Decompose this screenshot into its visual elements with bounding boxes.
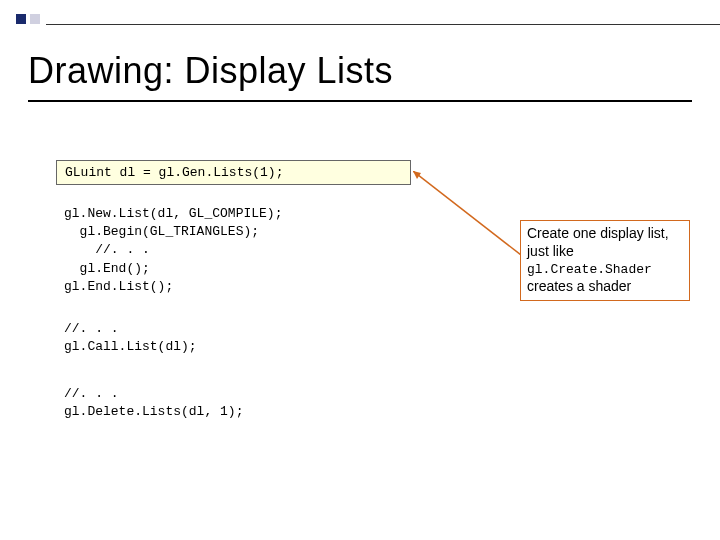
deco-square-light [30,14,40,24]
annotation-code: gl.Create.Shader [527,262,652,277]
deco-square-dark [16,14,26,24]
annotation-text-1: Create one display list, just like [527,225,669,259]
annotation-arrow [413,171,521,255]
code-block-calllist: //. . . gl.Call.List(dl); [64,320,197,356]
code-block-newlist: gl.New.List(dl, GL_COMPILE); gl.Begin(GL… [64,205,282,296]
header-decoration [16,14,40,24]
svg-line-0 [413,171,521,255]
title-underline [28,100,692,102]
annotation-text-2: creates a shader [527,278,631,294]
annotation-callout: Create one display list, just like gl.Cr… [520,220,690,301]
header-line [46,24,720,25]
code-highlight-box: GLuint dl = gl.Gen.Lists(1); [56,160,411,185]
code-block-deletelists: //. . . gl.Delete.Lists(dl, 1); [64,385,243,421]
svg-marker-1 [413,171,421,179]
slide-title: Drawing: Display Lists [28,50,393,92]
